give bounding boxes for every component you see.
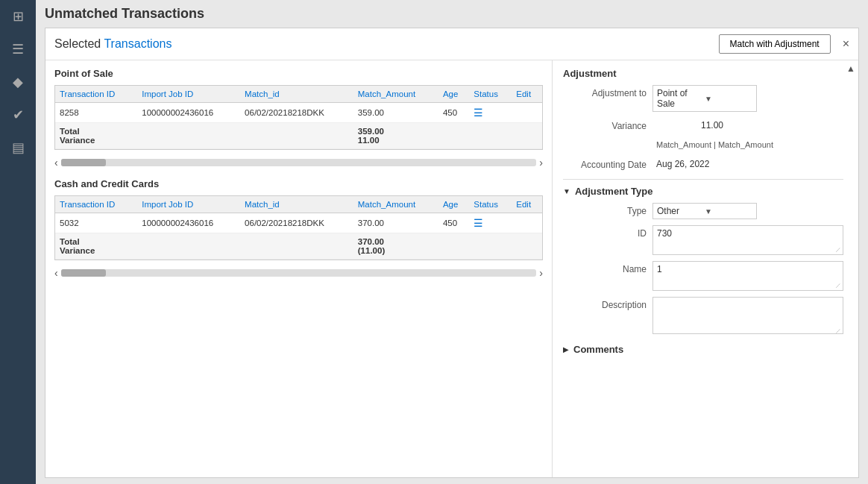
pos-scroll-right[interactable]: › <box>539 157 543 169</box>
id-label: ID <box>563 225 652 239</box>
pos-footer-row: TotalVariance 359.0011.00 <box>55 123 542 149</box>
cc-scroll-right[interactable]: › <box>539 267 543 279</box>
cc-row-transaction-id: 5032 <box>55 213 137 233</box>
id-row: ID 730 ⟋ <box>563 225 843 255</box>
id-field[interactable]: 730 <box>652 225 843 255</box>
left-panel: Point of Sale Transaction ID Import Job … <box>45 60 553 477</box>
point-of-sale-table-wrapper: Transaction ID Import Job ID Match_id Ma… <box>54 85 543 150</box>
cc-row-edit[interactable] <box>512 213 542 233</box>
cash-credit-section: Cash and Credit Cards Transaction ID Imp… <box>54 178 543 281</box>
main-content: Unmatched Transactions Selected Transact… <box>36 0 868 484</box>
cc-scroll-left[interactable]: ‹ <box>54 267 58 279</box>
pos-scrollbar-track[interactable] <box>61 159 537 166</box>
divider1 <box>563 179 843 180</box>
description-field[interactable] <box>652 297 843 334</box>
pos-footer-empty5 <box>512 123 542 149</box>
name-row: Name 1 ⟋ <box>563 261 843 291</box>
modal-title: Selected Transactions <box>54 37 172 51</box>
table-row: 8258 100000002436016 06/02/20218218DKK 3… <box>55 103 542 123</box>
description-label: Description <box>563 297 652 310</box>
accounting-date-label: Accounting Date <box>563 157 652 170</box>
name-field[interactable]: 1 <box>652 261 843 291</box>
accounting-date-value: Aug 26, 2022 <box>652 157 843 172</box>
accounting-date-row: Accounting Date Aug 26, 2022 <box>563 157 843 172</box>
pos-row-edit[interactable] <box>512 103 542 123</box>
cc-row-age: 450 <box>438 213 469 233</box>
pos-row-match-id: 06/02/20218218DKK <box>240 103 353 123</box>
adjustment-type-title: Adjustment Type <box>575 186 653 197</box>
cc-scrollbar-thumb[interactable] <box>61 269 106 277</box>
pos-footer-empty2 <box>240 123 353 149</box>
cc-row-import-job-id: 100000002436016 <box>137 213 240 233</box>
pos-row-status[interactable]: ☰ <box>469 103 512 123</box>
modal-body: Point of Sale Transaction ID Import Job … <box>45 60 858 477</box>
cash-credit-title: Cash and Credit Cards <box>54 178 543 189</box>
pos-scrollbar-thumb[interactable] <box>61 159 106 166</box>
close-button[interactable]: × <box>843 37 849 51</box>
pos-col-import-job-id: Import Job ID <box>137 86 240 103</box>
cc-scrollbar-track[interactable] <box>61 269 537 277</box>
match-with-adjustment-button[interactable]: Match with Adjustment <box>719 34 831 54</box>
point-of-sale-title: Point of Sale <box>54 68 543 79</box>
resize-handle-name-icon: ⟋ <box>834 281 842 289</box>
sidebar-icon-bars[interactable]: ▤ <box>6 137 30 158</box>
id-value: 730 <box>657 228 672 239</box>
adjustment-type-section: ▼ Adjustment Type Type Other ▼ ID <box>563 186 843 336</box>
cc-row-status[interactable]: ☰ <box>469 213 512 233</box>
cc-col-edit: Edit <box>512 196 542 213</box>
variance-value: 11.00 <box>652 118 727 133</box>
pos-scroll-left[interactable]: ‹ <box>54 157 58 169</box>
modal: Selected Transactions Match with Adjustm… <box>45 28 859 478</box>
id-field-wrapper: 730 ⟋ <box>652 225 843 255</box>
adjustment-to-value: Point of Sale <box>657 88 705 109</box>
sidebar-icon-checklist[interactable]: ✔ <box>6 104 30 125</box>
pos-table-nav: ‹ › <box>54 154 543 171</box>
cc-row-match-id: 06/02/20218218DKK <box>240 213 353 233</box>
modal-title-selected: Selected <box>54 37 104 50</box>
pos-footer-amounts: 359.0011.00 <box>353 123 438 149</box>
point-of-sale-table: Transaction ID Import Job ID Match_id Ma… <box>55 86 542 149</box>
cc-col-status: Status <box>469 196 512 213</box>
type-row: Type Other ▼ <box>563 203 843 219</box>
adjustment-to-row: Adjustment to Point of Sale ▼ <box>563 85 843 112</box>
sidebar-icon-list[interactable]: ☰ <box>6 39 30 60</box>
adjustment-type-header[interactable]: ▼ Adjustment Type <box>563 186 843 197</box>
cc-table-header-row: Transaction ID Import Job ID Match_id Ma… <box>55 196 542 213</box>
point-of-sale-section: Point of Sale Transaction ID Import Job … <box>54 68 543 171</box>
cc-row-match-amount: 370.00 <box>353 213 438 233</box>
cc-footer-empty5 <box>512 233 542 260</box>
scroll-up-arrow[interactable]: ▲ <box>846 63 855 74</box>
type-select[interactable]: Other ▼ <box>652 203 757 219</box>
sidebar-icon-grid[interactable]: ⊞ <box>6 6 30 27</box>
type-chevron-down-icon: ▼ <box>705 207 752 216</box>
variance-label: Variance <box>563 118 652 131</box>
comments-section-header[interactable]: ▶ Comments <box>563 344 843 355</box>
pos-footer-empty3 <box>438 123 469 149</box>
cash-credit-table: Transaction ID Import Job ID Match_id Ma… <box>55 196 542 260</box>
table-row: 5032 100000002436016 06/02/20218218DKK 3… <box>55 213 542 233</box>
adjustment-to-select[interactable]: Point of Sale ▼ <box>652 85 757 112</box>
cc-footer-empty2 <box>240 233 353 260</box>
cc-footer-label: TotalVariance <box>55 233 137 260</box>
cc-footer-empty4 <box>469 233 512 260</box>
description-wrapper: ⟋ <box>652 297 843 336</box>
cc-footer-empty1 <box>137 233 240 260</box>
adjustment-title: Adjustment <box>563 68 843 79</box>
modal-title-blue: Transactions <box>104 37 172 50</box>
pos-col-edit: Edit <box>512 86 542 103</box>
name-value: 1 <box>657 264 662 274</box>
variance-row: Variance 11.00 <box>563 118 843 133</box>
description-row: Description ⟋ <box>563 297 843 336</box>
pos-row-age: 450 <box>438 103 469 123</box>
pos-col-status: Status <box>469 86 512 103</box>
right-panel: ▲ Adjustment Adjustment to Point of Sale… <box>553 60 858 477</box>
cc-col-age: Age <box>438 196 469 213</box>
pos-table-header-row: Transaction ID Import Job ID Match_id Ma… <box>55 86 542 103</box>
triangle-right-icon: ▶ <box>563 345 569 353</box>
comments-title: Comments <box>573 344 623 355</box>
cc-col-match-id: Match_id <box>240 196 353 213</box>
sidebar-icon-shapes[interactable]: ◆ <box>6 72 30 92</box>
pos-col-match-id: Match_id <box>240 86 353 103</box>
name-field-wrapper: 1 ⟋ <box>652 261 843 291</box>
pos-col-age: Age <box>438 86 469 103</box>
